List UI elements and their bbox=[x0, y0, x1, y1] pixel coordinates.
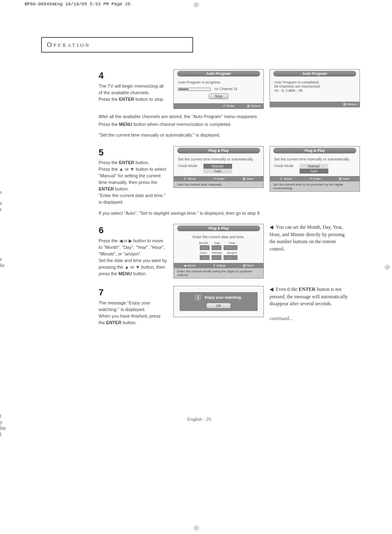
left-fragment: e bbox=[0, 200, 2, 207]
label-month: Month bbox=[197, 241, 210, 245]
field-month[interactable]: - - bbox=[200, 245, 210, 250]
field-minute[interactable]: - - bbox=[212, 255, 221, 260]
step6-desc-b: Set the date and time you want by pressi… bbox=[99, 258, 168, 277]
print-header: BP68-00545AEng 10/18/05 5:53 PM Page 25 bbox=[25, 2, 130, 7]
osd-title: Plug & Play bbox=[273, 148, 356, 153]
osd-next-hint: ▥ Next bbox=[339, 177, 350, 181]
step5-desc-b: Press the ▲ or ▼ button to select "Manua… bbox=[99, 166, 168, 193]
left-fragment: s bbox=[0, 189, 2, 195]
left-fragment: r bbox=[0, 207, 2, 213]
left-fragment: t bbox=[0, 413, 1, 419]
osd-title: Auto Program bbox=[273, 71, 356, 77]
osd-plug-play-datetime: Plug & Play Enter the current date and t… bbox=[173, 224, 264, 279]
step7-number: 7 bbox=[99, 286, 168, 299]
label-year: Year bbox=[224, 241, 240, 245]
osd-plug-play-clock-manual: Plug & Play Set the current time manuall… bbox=[173, 146, 264, 188]
step4-desc-a: The TV will begin memorizing all of the … bbox=[99, 83, 168, 96]
step6-text: 6 Press the ◀ or ▶ button to move to "Mo… bbox=[99, 224, 168, 277]
label-hour: Hour bbox=[197, 251, 210, 255]
step7-text: 7 The message "Enjoy your watching." is … bbox=[99, 286, 168, 326]
osd-title: Auto Program bbox=[177, 71, 260, 77]
label-day: Day bbox=[211, 241, 223, 245]
osd-next-hint: ▥ Next bbox=[243, 264, 254, 267]
left-fragment: y bbox=[0, 419, 2, 425]
osd-auto-program-complete: Auto Program Auto Program is completed. … bbox=[270, 69, 360, 107]
ok-button[interactable]: OK bbox=[206, 303, 231, 309]
option-manual[interactable]: Manual bbox=[203, 164, 232, 169]
osd-channel-label: Air Channel 15 bbox=[214, 87, 238, 91]
page-footer: English - 25 bbox=[41, 417, 357, 422]
left-fragment: he bbox=[0, 262, 5, 269]
step4-under3: "Set the current time manually or automa… bbox=[99, 132, 321, 139]
step5-desc-a: Press the ENTER button. bbox=[99, 160, 168, 166]
osd-line: Set the current time manually or automat… bbox=[274, 157, 355, 161]
step6-desc-a: Press the ◀ or ▶ button to move to "Mont… bbox=[99, 238, 168, 258]
field-ampm[interactable]: - - - - bbox=[224, 255, 238, 260]
osd-return-hint: ▥ Return bbox=[343, 102, 357, 106]
step4-under2: Press the MENU button when channel memor… bbox=[99, 121, 321, 128]
step5-under: If you select "Auto", "Set to daylight s… bbox=[99, 210, 321, 217]
osd-line: 39 channels are memorized. bbox=[274, 84, 355, 88]
osd-line: Air : 9, Cable : 30 bbox=[274, 88, 355, 93]
option-auto[interactable]: Auto bbox=[300, 169, 328, 174]
osd-enter-hint: ⏎ Enter bbox=[223, 104, 234, 108]
osd-auto-program-progress: Auto Program Auto Program in progress. A… bbox=[173, 69, 264, 109]
step7-desc-b: When you have finished, press the ENTER … bbox=[99, 313, 168, 326]
field-day[interactable]: - - bbox=[212, 245, 221, 250]
osd-line: Auto Program is completed. bbox=[274, 80, 355, 84]
osd-help: Sets the current time manually. bbox=[174, 181, 263, 188]
step6-number: 6 bbox=[99, 224, 168, 237]
option-manual[interactable]: Manual bbox=[300, 164, 328, 169]
step4-under1: After all the available channels are sto… bbox=[99, 113, 321, 120]
step5-text: 5 Press the ENTER button. Press the ▲ or… bbox=[99, 146, 168, 206]
arrow-left-icon: ◀ bbox=[270, 224, 273, 231]
osd-adjust-hint: ⇕ Adjust bbox=[213, 264, 226, 267]
step7-desc-a: The message "Enjoy your watching." is di… bbox=[99, 300, 168, 313]
crop-mark-bottom: ⊕ bbox=[193, 523, 199, 532]
step5-desc-c: "Enter the current date and time." is di… bbox=[99, 193, 168, 206]
stop-button[interactable]: Stop bbox=[209, 93, 229, 99]
osd-title: Plug & Play bbox=[177, 148, 260, 153]
osd-enter-hint: ⏎ Enter bbox=[309, 177, 321, 181]
osd-line: Enter the current date and time. bbox=[178, 235, 259, 239]
osd-enter-hint: ⏎ Enter bbox=[213, 177, 225, 181]
option-auto[interactable]: Auto bbox=[203, 169, 232, 174]
clock-mode-label: Clock Mode bbox=[274, 164, 294, 168]
osd-move-hint: ⇕ Move bbox=[280, 177, 292, 181]
step6-side-note: ◀You can set the Month, Day, Year, Hour,… bbox=[270, 224, 352, 253]
section-title: Operation bbox=[41, 37, 193, 53]
osd-enjoy-watching: i Enjoy your watching. OK bbox=[173, 286, 264, 317]
label-ampm: am/pm bbox=[224, 251, 240, 255]
progress-bar bbox=[178, 88, 211, 91]
arrow-left-icon: ◀ bbox=[270, 286, 273, 293]
field-hour[interactable]: - - bbox=[200, 255, 210, 260]
continued-label: continued... bbox=[270, 315, 352, 322]
left-fragment: l bbox=[0, 432, 1, 438]
clock-mode-label: Clock Mode bbox=[178, 164, 198, 168]
step4-desc-b: Press the ENTER button to stop. bbox=[99, 96, 168, 103]
osd-help: Enter the current month using the (digit… bbox=[174, 268, 263, 278]
osd-line: Set the current time manually or automat… bbox=[178, 157, 259, 161]
step4-number: 4 bbox=[99, 69, 168, 82]
osd-title: Plug & Play bbox=[177, 225, 260, 231]
osd-move-hint: ◂▸ Move bbox=[184, 264, 196, 267]
step4-text: 4 The TV will begin memorizing all of th… bbox=[99, 69, 168, 103]
osd-move-hint: ⇕ Move bbox=[184, 177, 196, 181]
left-fragment: ble bbox=[0, 425, 6, 432]
osd-plug-play-clock-auto: Plug & Play Set the current time manuall… bbox=[270, 146, 360, 192]
field-year[interactable]: - - - - bbox=[224, 245, 238, 250]
label-minute: Minute bbox=[211, 251, 223, 255]
osd-return-hint: ▥ Return bbox=[247, 104, 261, 108]
crop-mark-top: ⊕ bbox=[193, 0, 199, 9]
osd-help: Set the current time to be provided by t… bbox=[270, 181, 360, 191]
left-fragment: e bbox=[0, 256, 2, 262]
enjoy-message: Enjoy your watching. bbox=[205, 295, 242, 300]
step7-side-note: ◀Even if the ENTER button is not pressed… bbox=[270, 286, 352, 322]
info-icon: i bbox=[195, 295, 201, 300]
step5-number: 5 bbox=[99, 146, 168, 159]
osd-next-hint: ▥ Next bbox=[242, 177, 254, 181]
osd-line: Auto Program in progress. bbox=[178, 80, 259, 84]
